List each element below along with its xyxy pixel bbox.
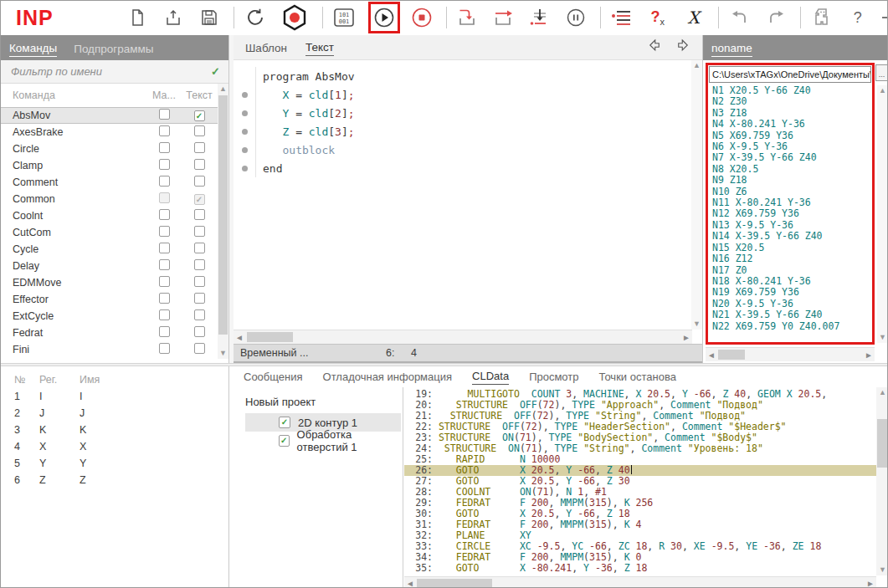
macro-checkbox[interactable] [159, 293, 170, 304]
macro-checkbox[interactable] [159, 142, 170, 153]
text-checkbox[interactable] [194, 125, 205, 136]
text-checkbox[interactable] [194, 159, 205, 170]
code-line[interactable]: outblock [234, 141, 692, 159]
help-icon[interactable]: ? [846, 6, 870, 29]
tab-text[interactable]: Текст [305, 41, 334, 56]
register-row[interactable]: 6ZZ [1, 472, 228, 488]
command-row[interactable]: AbsMov [1, 107, 218, 124]
editor-hscrollbar[interactable]: ◄ ► [234, 330, 692, 344]
command-row[interactable]: Effector [1, 291, 218, 308]
reset-icon[interactable] [244, 6, 267, 29]
scroll-down-icon[interactable]: ▼ [691, 319, 702, 330]
breakpoint-gutter[interactable] [234, 122, 256, 141]
macro-checkbox[interactable] [159, 125, 170, 136]
undo-icon[interactable] [728, 6, 752, 29]
register-row[interactable]: 3KK [1, 422, 228, 438]
nav-forward-icon[interactable] [675, 38, 690, 56]
breakpoint-bullet-icon[interactable] [242, 147, 248, 153]
open-file-icon[interactable] [162, 6, 185, 29]
command-row[interactable]: ExtCycle [1, 308, 218, 325]
scroll-down-icon[interactable]: ▼ [876, 565, 888, 575]
command-list-scrollbar[interactable]: ▲ ▼ [218, 84, 228, 359]
output-hscrollbar[interactable]: ◄ ► [706, 347, 875, 361]
output-path-input[interactable]: C:\Users\xTAGx\OneDrive\Документы\ [709, 66, 871, 83]
nav-back-icon[interactable] [647, 38, 662, 56]
scroll-left-icon[interactable]: ◄ [706, 348, 717, 361]
tab-commands[interactable]: Команды [9, 42, 57, 57]
register-row[interactable]: 2JJ [1, 405, 228, 422]
filter-check-icon[interactable]: ✓ [211, 65, 220, 78]
project-tree-root[interactable]: Новый проект [234, 394, 403, 413]
code-line[interactable]: X = cld[1]; [234, 85, 692, 104]
register-row[interactable]: 1II [1, 388, 228, 405]
watch-icon[interactable]: ?x [646, 6, 670, 29]
code-line[interactable]: end [234, 159, 692, 177]
tab-noname[interactable]: noname [711, 42, 752, 57]
tab-отладочная-информация[interactable]: Отладочная информация [323, 371, 452, 385]
redo-icon[interactable] [764, 6, 788, 29]
macro-checkbox[interactable] [159, 226, 170, 237]
breakpoint-gutter[interactable] [234, 141, 256, 159]
command-row[interactable]: Clamp [1, 157, 218, 174]
breakpoint-bullet-icon[interactable] [242, 92, 248, 98]
macro-checkbox[interactable] [159, 159, 170, 170]
breakpoint-bullet-icon[interactable] [242, 110, 248, 116]
command-row[interactable]: Circle [1, 141, 218, 157]
register-row[interactable]: 4XX [1, 438, 228, 455]
scroll-down-icon[interactable]: ▼ [218, 348, 228, 359]
text-checkbox[interactable] [194, 194, 205, 205]
operation-checkbox[interactable] [279, 417, 290, 428]
macro-checkbox[interactable] [159, 243, 170, 253]
step-over-icon[interactable] [492, 6, 516, 29]
register-row[interactable]: 5YY [1, 455, 228, 472]
browse-button[interactable]: ... [875, 64, 888, 81]
pause-icon[interactable] [564, 6, 588, 29]
tab-cldata[interactable]: CLData [472, 370, 509, 385]
text-checkbox[interactable] [194, 276, 205, 287]
text-checkbox[interactable] [194, 243, 205, 253]
command-row[interactable]: Coolnt [1, 207, 218, 224]
command-row[interactable]: Common [1, 191, 218, 207]
breakpoint-list-icon[interactable] [610, 6, 634, 29]
macro-checkbox[interactable] [159, 109, 170, 120]
save-icon[interactable] [198, 6, 221, 29]
breakpoint-gutter[interactable] [234, 67, 256, 85]
run-to-line-icon[interactable] [528, 6, 552, 29]
cldata-vscrollbar[interactable]: ▲ ▼ [876, 387, 888, 575]
variables-icon[interactable]: X [682, 6, 706, 29]
scroll-left-icon[interactable]: ◄ [234, 330, 245, 344]
text-checkbox[interactable] [194, 110, 205, 121]
command-row[interactable]: Comment [1, 174, 218, 191]
tab-subprograms[interactable]: Подпрограммы [74, 43, 153, 57]
cldata-hscrollbar[interactable]: ◄ ► [404, 576, 876, 588]
robot-icon[interactable] [810, 6, 834, 29]
minimize-button[interactable] [882, 17, 888, 18]
step-into-icon[interactable] [456, 6, 480, 29]
binary-code-icon[interactable]: 101001 [332, 6, 356, 29]
scroll-up-icon[interactable]: ▲ [877, 85, 888, 96]
command-row[interactable]: Delay [1, 258, 218, 274]
command-row[interactable]: Fedrat [1, 325, 218, 341]
code-line[interactable]: Z = cld[3]; [234, 122, 692, 141]
breakpoint-bullet-icon[interactable] [242, 166, 248, 171]
scroll-up-icon[interactable]: ▲ [691, 60, 702, 71]
breakpoint-bullet-icon[interactable] [242, 129, 248, 135]
scroll-right-icon[interactable]: ► [865, 577, 876, 588]
command-row[interactable]: EDMMove [1, 274, 218, 291]
macro-checkbox[interactable] [159, 309, 170, 320]
text-checkbox[interactable] [194, 343, 205, 354]
macro-checkbox[interactable] [159, 176, 170, 187]
scroll-up-icon[interactable]: ▲ [218, 84, 228, 95]
code-line[interactable]: Y = cld[2]; [234, 104, 692, 122]
editor-vscrollbar[interactable]: ▲ ▼ [691, 60, 702, 330]
gcode-output[interactable]: N1 X20.5 Y-66 Z40N2 Z30N3 Z18N4 X-80.241… [708, 84, 872, 332]
tab-просмотр[interactable]: Просмотр [529, 371, 578, 385]
text-checkbox[interactable] [194, 326, 205, 337]
text-checkbox[interactable] [194, 293, 205, 304]
new-file-icon[interactable] [126, 6, 149, 29]
code-line[interactable]: program AbsMov [234, 67, 692, 85]
stop-icon[interactable] [410, 6, 434, 29]
cldata-row[interactable]: 35: GOTO X -80.241, Y -36, Z 18 [404, 563, 876, 574]
filter-bar[interactable]: Фильтр по имени ✓ [1, 60, 228, 84]
run-icon[interactable] [372, 6, 396, 29]
